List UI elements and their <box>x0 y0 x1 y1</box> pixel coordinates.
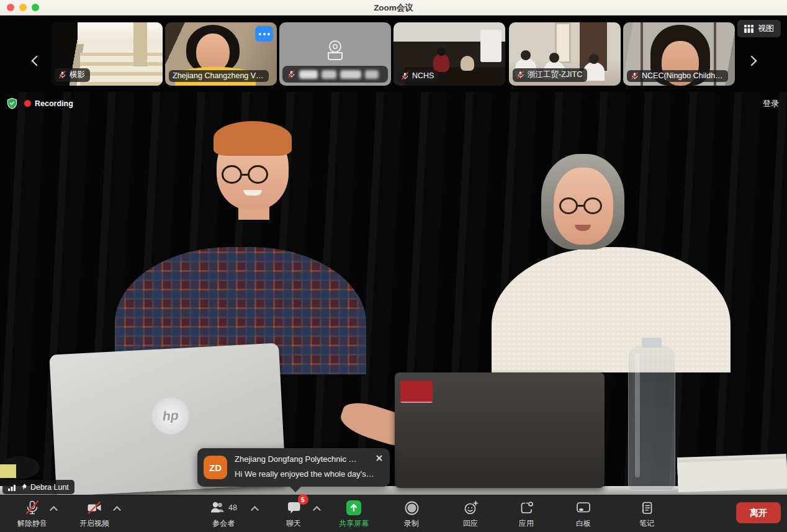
unmute-label: 解除静音 <box>17 518 47 529</box>
scene-face <box>196 34 230 72</box>
view-button[interactable]: 视图 <box>737 20 781 37</box>
share-screen-button[interactable]: 共享屏幕 <box>328 498 380 529</box>
scene-person <box>433 53 449 72</box>
mic-muted-icon <box>516 71 524 79</box>
mic-muted-icon <box>287 70 295 78</box>
participant-name: 横影 <box>70 70 85 80</box>
video-thumbnail-camera-device[interactable] <box>279 22 391 86</box>
thumbnail-more-button[interactable] <box>255 26 273 42</box>
scene-window <box>480 30 501 62</box>
presenter-female-top <box>492 247 731 372</box>
whiteboard-icon <box>575 500 591 515</box>
notes-label: 笔记 <box>639 518 654 529</box>
presenter-female-glasses <box>559 197 602 214</box>
participants-button[interactable]: 48 参会者 <box>196 498 251 529</box>
redacted-name-scribble <box>299 70 318 79</box>
filmstrip-prev-button[interactable] <box>29 52 45 70</box>
participants-options-chevron[interactable] <box>251 506 259 514</box>
reactions-smiley-icon <box>463 500 479 516</box>
scene-ceiling <box>78 22 163 44</box>
camera-off-icon <box>86 500 103 515</box>
participants-label: 参会者 <box>212 518 235 529</box>
redacted-name-scribble <box>322 70 336 79</box>
avatar-initials: ZD <box>209 462 222 473</box>
notes-icon <box>639 500 654 516</box>
participants-count: 48 <box>228 503 237 512</box>
recording-label: Recording <box>35 99 73 108</box>
dark-laptop <box>395 372 605 488</box>
record-button[interactable]: 录制 <box>388 498 435 529</box>
speaker-nameplate: Debra Lunt <box>2 480 74 494</box>
participant-nameplate: Zhejiang Changzheng V… <box>169 70 269 82</box>
avatar: ZD <box>204 456 227 479</box>
participant-nameplate: 浙江工贸-ZJITC <box>513 68 587 82</box>
participant-name: Zhejiang Changzheng V… <box>173 71 264 80</box>
video-thumbnail-zhejiang-changzheng[interactable]: Zhejiang Changzheng V… <box>165 22 277 86</box>
chevron-left-icon <box>32 56 42 66</box>
apps-icon <box>519 500 534 516</box>
redacted-name-scribble <box>340 70 361 79</box>
reactions-button[interactable]: 回应 <box>446 498 495 529</box>
active-speaker-video: hp Recording 登录 Debra Lunt <box>0 92 787 495</box>
record-label: 录制 <box>404 518 419 529</box>
mic-muted-icon <box>401 72 409 80</box>
login-link[interactable]: 登录 <box>763 98 779 109</box>
security-shield-icon[interactable] <box>6 97 18 110</box>
participants-icon <box>210 500 226 515</box>
video-thumbnail-zjitc[interactable]: 浙江工贸-ZJITC <box>509 22 621 86</box>
zoom-meeting-window: Zoom会议 横影 Zhejiang Changzheng V… <box>0 0 787 532</box>
start-video-button[interactable]: 开启视频 <box>67 498 122 529</box>
mic-muted-icon <box>58 71 66 79</box>
filmstrip-next-button[interactable] <box>744 52 760 70</box>
scene-curtain <box>133 22 147 66</box>
signal-bars-icon <box>8 484 17 491</box>
hp-logo: hp <box>151 396 190 435</box>
presenter-male-smile <box>243 190 262 196</box>
video-thumbnail-nchs[interactable]: NCHS <box>394 22 505 86</box>
unmute-button[interactable]: 解除静音 <box>6 498 58 529</box>
participant-name: NCHS <box>412 71 434 80</box>
video-thumbnail-ncec[interactable]: NCEC(Ningbo Childh… <box>623 22 735 86</box>
chat-sender-name: Zhejiang Dongfang Polytechnic … <box>235 454 375 464</box>
apps-button[interactable]: 应用 <box>501 498 551 529</box>
leave-meeting-button[interactable]: 离开 <box>736 502 781 523</box>
whiteboard-label: 白板 <box>576 518 591 529</box>
laptop-sticker <box>400 381 433 403</box>
ptz-camera-icon <box>322 38 349 63</box>
chevron-right-icon <box>747 56 757 66</box>
reactions-label: 回应 <box>463 518 478 529</box>
water-bottle <box>628 346 675 490</box>
participant-name: NCEC(Ningbo Childh… <box>642 71 723 80</box>
presenter-male-glasses <box>222 165 268 184</box>
scene-sticky-note <box>0 464 16 478</box>
participant-nameplate-redacted <box>282 66 388 83</box>
speaker-name: Debra Lunt <box>30 483 69 492</box>
participant-nameplate: NCEC(Ningbo Childh… <box>627 70 728 82</box>
recording-indicator-area: Recording <box>6 97 73 110</box>
recording-status: Recording <box>24 99 73 108</box>
view-button-label: 视图 <box>758 23 774 34</box>
video-thumbnail-hengying[interactable]: 横影 <box>51 22 163 86</box>
scene-person <box>461 56 474 71</box>
presenter-male-hair <box>214 121 292 156</box>
chat-label: 聊天 <box>286 518 301 529</box>
chat-button[interactable]: 5 聊天 <box>271 498 317 529</box>
participant-nameplate: NCHS <box>397 70 439 82</box>
scene-desks <box>80 53 163 86</box>
participant-name: 浙江工贸-ZJITC <box>528 70 582 80</box>
notes-button[interactable]: 笔记 <box>622 498 672 529</box>
participant-nameplate: 横影 <box>55 68 90 82</box>
meeting-toolbar: 解除静音 开启视频 48 <box>0 495 787 532</box>
start-video-label: 开启视频 <box>79 518 109 529</box>
chat-notification-popup[interactable]: ZD Zhejiang Dongfang Polytechnic … Hi We… <box>197 448 390 487</box>
close-icon[interactable] <box>374 453 384 463</box>
scene-papers <box>677 459 787 492</box>
pin-icon <box>20 483 27 491</box>
hp-logo-text: hp <box>162 408 179 423</box>
share-screen-icon <box>346 500 362 516</box>
grid-view-icon <box>744 25 753 33</box>
whiteboard-button[interactable]: 白板 <box>559 498 608 529</box>
window-title: Zoom会议 <box>0 2 787 14</box>
mic-muted-icon <box>24 500 40 516</box>
record-icon <box>404 500 420 516</box>
